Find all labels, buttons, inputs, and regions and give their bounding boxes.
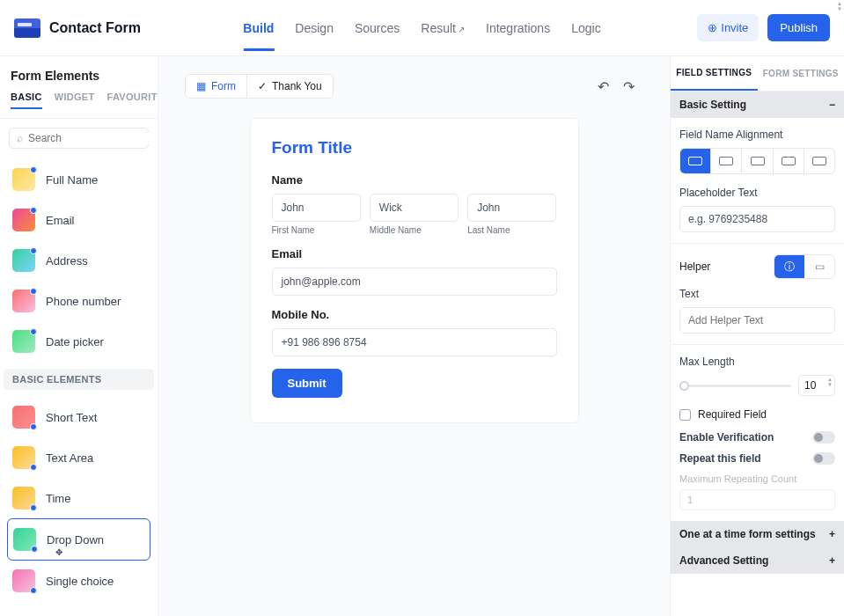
stepper-icon[interactable]: ▲▼: [827, 377, 833, 387]
helper-info-toggle[interactable]: ⓘ: [774, 255, 804, 278]
top-bar: Contact Form Build Design Sources Result…: [0, 0, 844, 56]
submit-button[interactable]: Submit: [272, 369, 342, 398]
basic-elements-list: Short TextText AreaTimeDrop Down✥Single …: [0, 395, 158, 603]
element-icon: [12, 446, 35, 469]
canvas-tab-form[interactable]: ▦ Form: [186, 75, 247, 98]
nav-sources[interactable]: Sources: [355, 5, 400, 51]
info-icon: ⓘ: [784, 260, 795, 275]
tooltip-icon: ▭: [815, 260, 825, 273]
element-label: Text Area: [46, 451, 93, 465]
section-one-at-label: One at a time form settings: [679, 528, 816, 540]
app-title: Contact Form: [49, 20, 141, 36]
checkbox-icon[interactable]: [679, 409, 691, 421]
form-title[interactable]: Form Title: [272, 138, 557, 158]
last-name-input[interactable]: John: [467, 194, 556, 222]
middle-name-sublabel: Middle Name: [370, 225, 459, 235]
collapse-icon: −: [829, 99, 835, 111]
element-item-phone-number[interactable]: Phone number: [7, 281, 150, 321]
tab-field-settings[interactable]: FIELD SETTINGS: [671, 56, 758, 91]
publish-button[interactable]: Publish: [767, 14, 830, 41]
field-alignment-label: Field Name Alignment: [679, 128, 835, 141]
element-item-address[interactable]: Address: [7, 240, 150, 281]
element-icon: [12, 249, 35, 272]
section-one-at-a-time[interactable]: One at a time form settings +: [671, 521, 844, 547]
invite-button[interactable]: ⊕Invite: [697, 14, 759, 41]
search-input[interactable]: [28, 132, 158, 144]
first-name-sublabel: First Name: [272, 225, 361, 235]
tab-form-settings[interactable]: FORM SETTINGS: [758, 56, 845, 91]
helper-tooltip-toggle[interactable]: ▭: [804, 255, 834, 278]
form-card: Form Title Name John Wick John First Nam…: [250, 118, 579, 423]
element-label: Drop Down: [47, 533, 104, 546]
nav-result[interactable]: Result↗: [421, 5, 465, 51]
mobile-label: Mobile No.: [272, 308, 557, 321]
helper-label: Helper: [679, 260, 710, 273]
enable-verification-switch[interactable]: [812, 431, 835, 444]
max-length-value[interactable]: 10▲▼: [798, 375, 835, 396]
element-item-time[interactable]: Time: [7, 478, 150, 518]
form-view-icon: ▦: [196, 80, 206, 92]
section-basic-setting[interactable]: Basic Setting −: [671, 92, 844, 118]
required-field-row[interactable]: Required Field: [679, 408, 835, 421]
element-item-full-name[interactable]: Full Name: [7, 159, 150, 200]
max-length-label: Max Length: [679, 356, 835, 368]
helper-text-label: Text: [679, 288, 835, 300]
first-name-input[interactable]: John: [272, 194, 361, 222]
invite-label: Invite: [721, 21, 748, 34]
email-input[interactable]: john@apple.com: [272, 268, 557, 296]
align-option-5[interactable]: [804, 149, 834, 173]
panel-title: Form Elements: [0, 69, 158, 92]
element-item-date-picker[interactable]: Date picker: [7, 321, 150, 362]
element-icon: [12, 406, 35, 429]
element-label: Short Text: [46, 411, 97, 424]
max-repeat-input[interactable]: 1 ▲▼: [679, 489, 835, 510]
nav-integrations[interactable]: Integrations: [486, 5, 550, 51]
placeholder-input[interactable]: [679, 206, 835, 232]
canvas-area: ▦ Form ✓ Thank You ↶ ↷ Form Title Name J…: [158, 56, 670, 616]
section-advanced-label: Advanced Setting: [679, 554, 768, 567]
element-item-text-area[interactable]: Text Area: [7, 437, 150, 478]
subtab-basic[interactable]: BASIC: [11, 92, 42, 109]
external-link-icon: ↗: [458, 25, 465, 34]
max-length-slider[interactable]: [679, 385, 791, 387]
name-label: Name: [272, 173, 557, 187]
element-item-single-choice[interactable]: Single choice: [7, 561, 150, 601]
section-basic-label: Basic Setting: [679, 99, 746, 111]
element-label: Email: [46, 214, 75, 227]
nav-design[interactable]: Design: [295, 5, 334, 51]
align-option-3[interactable]: [742, 149, 773, 173]
subtab-favourite[interactable]: FAVOURITE: [107, 92, 158, 109]
align-option-4[interactable]: [774, 149, 804, 173]
subtab-widget[interactable]: WIDGET: [55, 92, 95, 109]
element-item-email[interactable]: Email: [7, 200, 150, 240]
helper-text-input[interactable]: [679, 307, 835, 334]
search-input-wrap[interactable]: ⌕: [9, 128, 149, 149]
elements-panel: Form Elements BASIC WIDGET FAVOURITE ⌕ F…: [0, 56, 158, 616]
max-repeat-label: Maximum Repeating Count: [679, 473, 835, 484]
basic-elements-header: BASIC ELEMENTS: [4, 369, 154, 390]
redo-button[interactable]: ↷: [623, 78, 635, 95]
canvas-tab-thankyou[interactable]: ✓ Thank You: [247, 75, 333, 98]
canvas-tab-thankyou-label: Thank You: [272, 80, 322, 92]
middle-name-input[interactable]: Wick: [370, 194, 459, 222]
align-option-1[interactable]: [680, 149, 711, 173]
element-item-short-text[interactable]: Short Text: [7, 397, 150, 437]
top-actions: ⊕Invite Publish: [697, 14, 830, 41]
nav-result-label: Result: [421, 21, 456, 35]
repeat-field-switch[interactable]: [812, 452, 835, 465]
align-option-2[interactable]: [711, 149, 742, 173]
element-icon: [12, 209, 35, 231]
elements-subtabs: BASIC WIDGET FAVOURITE: [0, 92, 158, 119]
nav-logic[interactable]: Logic: [571, 5, 600, 51]
person-add-icon: ⊕: [708, 21, 717, 34]
element-label: Single choice: [46, 575, 114, 588]
alignment-group: [679, 148, 835, 174]
undo-button[interactable]: ↶: [598, 78, 609, 95]
element-icon: [12, 569, 35, 592]
nav-build[interactable]: Build: [243, 5, 274, 51]
element-label: Time: [46, 492, 70, 505]
fields-list: Full NameEmailAddressPhone numberDate pi…: [0, 158, 158, 363]
mobile-input[interactable]: +91 986 896 8754: [272, 328, 557, 356]
element-item-drop-down[interactable]: Drop Down✥: [7, 518, 150, 561]
section-advanced-setting[interactable]: Advanced Setting +: [671, 547, 844, 574]
